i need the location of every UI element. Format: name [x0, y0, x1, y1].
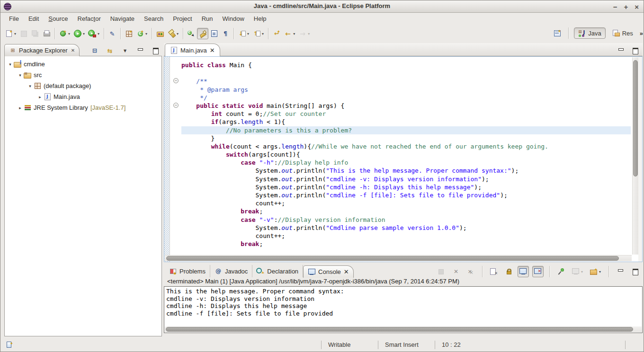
code-line: count++;: [181, 232, 631, 240]
maximize-console-button[interactable]: [629, 266, 641, 277]
fold-collapse-icon[interactable]: −: [173, 78, 179, 83]
display-selected-console-button-dropdown[interactable]: ▾: [581, 270, 583, 274]
titlebar[interactable]: Java - cmdline/src/Main.java - Eclipse P…: [0, 0, 644, 13]
pen-tool-button[interactable]: [107, 28, 118, 39]
editor-horizontal-scrollbar[interactable]: [165, 255, 632, 261]
fold-collapse-icon[interactable]: −: [173, 103, 179, 108]
menu-run[interactable]: Run: [197, 14, 218, 24]
annotation-ruler[interactable]: [164, 57, 170, 262]
show-stderr-console-button[interactable]: [532, 266, 544, 277]
menu-help[interactable]: Help: [249, 14, 271, 24]
editor-vertical-scrollbar[interactable]: [632, 57, 638, 255]
editor-vscroll-thumb[interactable]: [633, 60, 638, 176]
open-console-button[interactable]: ▾: [588, 266, 603, 277]
run-button[interactable]: ▾: [72, 28, 87, 39]
new-java-class-button-dropdown[interactable]: ▾: [145, 32, 147, 36]
open-console-button-dropdown[interactable]: ▾: [599, 270, 601, 274]
minimize-view-button[interactable]: [134, 45, 146, 56]
close-window-button[interactable]: ×: [635, 3, 639, 10]
folding-ruler[interactable]: −−: [170, 57, 181, 262]
search-button[interactable]: ▾: [166, 28, 180, 39]
remove-launch-button[interactable]: [450, 266, 462, 277]
tab-package-explorer[interactable]: Package Explorer ✕: [4, 44, 80, 56]
minimize-editor-button[interactable]: [615, 45, 626, 56]
print-button[interactable]: [41, 28, 52, 39]
tab-console[interactable]: Console✕: [303, 265, 354, 278]
resource-perspective-button[interactable]: Res: [608, 28, 637, 38]
expander-open-icon[interactable]: ▾: [17, 73, 24, 78]
next-annotation-button-dropdown[interactable]: ▾: [247, 32, 249, 36]
console-horizontal-scrollbar[interactable]: [165, 326, 642, 332]
menu-file[interactable]: File: [4, 14, 24, 24]
new-java-project-button[interactable]: [123, 28, 134, 39]
next-annotation-button[interactable]: ▾: [236, 28, 251, 39]
menu-refactor[interactable]: Refactor: [73, 14, 106, 24]
previous-annotation-button-dropdown[interactable]: ▾: [262, 32, 264, 36]
link-with-editor-button[interactable]: [104, 45, 116, 56]
search-button-dropdown[interactable]: ▾: [177, 32, 179, 36]
view-menu-button[interactable]: [119, 45, 131, 56]
expander-closed-icon[interactable]: ▸: [36, 95, 44, 99]
java-perspective-button[interactable]: Java: [574, 27, 605, 39]
tab-javadoc[interactable]: Javadoc: [210, 265, 252, 277]
expander-closed-icon[interactable]: ▸: [17, 106, 24, 110]
toggle-breadcrumb-button[interactable]: [186, 28, 197, 39]
tab-problems[interactable]: Problems: [165, 265, 210, 277]
package-explorer-tree[interactable]: ▾cmdline▾src▾(default package)▸Main.java…: [4, 56, 162, 336]
show-selected-element-button[interactable]: [208, 28, 220, 39]
tree-item-jre-system-library[interactable]: ▸JRE System Library[JavaSE-1.7]: [5, 102, 161, 113]
run-external-tools-button[interactable]: ▾: [87, 28, 101, 39]
editor-tab-close-icon[interactable]: ✕: [210, 47, 215, 54]
tree-item-main-java[interactable]: ▸Main.java: [5, 91, 161, 102]
fast-view-button[interactable]: [5, 341, 13, 349]
console-tab-close-icon[interactable]: ✕: [344, 268, 349, 275]
collapse-all-button[interactable]: [89, 45, 100, 56]
open-type-button[interactable]: [154, 28, 166, 39]
run-external-tools-button-dropdown[interactable]: ▾: [98, 32, 99, 36]
new-wizard-button[interactable]: ▾: [3, 28, 18, 39]
minimize-window-button[interactable]: −: [613, 3, 617, 10]
toolbar-overflow-chevron[interactable]: »: [640, 30, 643, 37]
scroll-lock-button[interactable]: [503, 266, 514, 277]
new-wizard-button-dropdown[interactable]: ▾: [14, 32, 16, 36]
open-perspective-button[interactable]: [552, 27, 563, 39]
menu-source[interactable]: Source: [44, 14, 72, 24]
clear-console-button[interactable]: [488, 266, 500, 277]
code-editor[interactable]: −− public class Main { /** * @param args…: [164, 56, 643, 262]
back-button[interactable]: ▾: [282, 28, 297, 39]
new-java-class-button[interactable]: ▾: [134, 28, 149, 39]
maximize-window-button[interactable]: +: [624, 3, 628, 10]
debug-button-dropdown[interactable]: ▾: [68, 32, 70, 36]
maximize-editor-button[interactable]: [629, 45, 641, 56]
show-whitespace-button[interactable]: [220, 28, 231, 39]
menu-project[interactable]: Project: [168, 14, 197, 24]
forward-button-dropdown[interactable]: ▾: [308, 32, 310, 36]
debug-button[interactable]: ▾: [57, 28, 72, 39]
editor-hscroll-thumb[interactable]: [166, 256, 619, 261]
run-button-dropdown[interactable]: ▾: [83, 32, 85, 36]
menu-edit[interactable]: Edit: [24, 14, 44, 24]
last-edit-location-button[interactable]: [271, 28, 282, 39]
mark-occurrences-button[interactable]: [197, 28, 208, 39]
tab-main-java[interactable]: Main.java ✕: [165, 44, 220, 56]
tree-item--default-package-[interactable]: ▾(default package): [5, 80, 161, 91]
back-button-dropdown[interactable]: ▾: [293, 32, 295, 36]
tree-item-cmdline[interactable]: ▾cmdline: [5, 59, 161, 70]
remove-all-terminated-button[interactable]: [465, 266, 476, 277]
package-explorer-tab-close-icon[interactable]: ✕: [71, 48, 75, 53]
minimize-console-button[interactable]: [615, 266, 626, 277]
previous-annotation-button[interactable]: ▾: [251, 28, 266, 39]
menu-navigate[interactable]: Navigate: [106, 14, 139, 24]
maximize-view-button[interactable]: [150, 45, 161, 56]
console-output[interactable]: This is the help message. Proper command…: [164, 286, 643, 333]
tab-declaration[interactable]: Declaration: [252, 265, 303, 277]
code-editor-surface[interactable]: public class Main { /** * @param args */…: [181, 57, 631, 255]
expander-open-icon[interactable]: ▾: [7, 62, 14, 67]
menu-window[interactable]: Window: [218, 14, 249, 24]
show-stdout-console-button[interactable]: [518, 266, 529, 277]
tree-item-src[interactable]: ▾src: [5, 70, 161, 80]
console-hscroll-thumb[interactable]: [166, 327, 633, 332]
menu-search[interactable]: Search: [139, 14, 168, 24]
pin-console-button[interactable]: [555, 266, 567, 277]
expander-open-icon[interactable]: ▾: [27, 84, 34, 88]
